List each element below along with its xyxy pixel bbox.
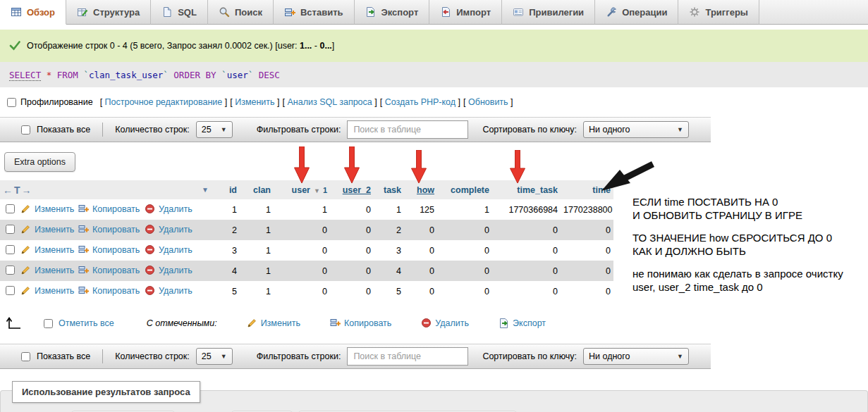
cell-task[interactable]: 3 <box>374 240 404 261</box>
cell-user[interactable]: 0 <box>274 240 330 261</box>
row-copy-button[interactable]: Копировать <box>78 204 140 215</box>
batch-copy-button[interactable]: Копировать <box>330 318 391 329</box>
inline-query-link[interactable]: Изменить <box>235 97 274 107</box>
row-options-header[interactable]: ←Т→ <box>0 180 199 199</box>
cell-time[interactable]: 0 <box>561 261 613 281</box>
row-checkbox[interactable] <box>6 286 15 295</box>
row-checkbox[interactable] <box>6 225 15 234</box>
cell-user_2[interactable]: 0 <box>330 240 374 261</box>
row-edit-button[interactable]: Изменить <box>20 224 74 235</box>
cell-complete[interactable]: 0 <box>437 261 492 281</box>
row-copy-button[interactable]: Копировать <box>78 224 140 235</box>
column-header-user_2[interactable]: user_2 <box>330 180 374 199</box>
column-header-task[interactable]: task <box>374 180 404 199</box>
cell-time_task[interactable]: 0 <box>492 240 561 261</box>
cell-task[interactable]: 1 <box>374 199 404 220</box>
sort-key-select[interactable]: Ни одного▼ <box>583 121 689 138</box>
cell-user[interactable]: 0 <box>274 220 330 240</box>
batch-delete-button[interactable]: Удалить <box>421 318 469 329</box>
column-header-id[interactable]: id <box>214 180 240 199</box>
cell-user[interactable]: 0 <box>274 261 330 281</box>
cell-time[interactable]: 0 <box>561 240 613 261</box>
row-delete-button[interactable]: Удалить <box>145 244 192 256</box>
cell-id[interactable]: 2 <box>214 220 240 240</box>
cell-id[interactable]: 3 <box>214 240 240 261</box>
row-copy-button[interactable]: Копировать <box>78 265 140 276</box>
column-header-user[interactable]: user▼1 <box>274 180 330 199</box>
show-all-checkbox[interactable] <box>21 125 30 135</box>
extra-options-button[interactable]: Extra options <box>4 152 75 172</box>
tab-browse[interactable]: Обзор <box>0 0 66 25</box>
row-count-select[interactable]: 25▼ <box>196 348 233 365</box>
tab-operations[interactable]: Операции <box>595 0 678 25</box>
inline-query-link[interactable]: Построчное редактирование <box>105 97 223 107</box>
cell-user_2[interactable]: 0 <box>330 261 374 281</box>
tab-import[interactable]: Импорт <box>429 0 502 25</box>
cell-clan[interactable]: 1 <box>240 240 274 261</box>
cell-user_2[interactable]: 0 <box>330 281 374 301</box>
cell-clan[interactable]: 1 <box>240 199 274 220</box>
cell-task[interactable]: 4 <box>374 261 404 281</box>
cell-complete[interactable]: 0 <box>437 281 492 301</box>
row-delete-button[interactable]: Удалить <box>145 224 192 235</box>
cell-user[interactable]: 0 <box>274 281 330 301</box>
tab-structure[interactable]: Структура <box>66 0 151 25</box>
cell-clan[interactable]: 1 <box>240 281 274 301</box>
column-options-dropdown[interactable]: ▼ <box>199 180 214 199</box>
row-count-select[interactable]: 25▼ <box>196 121 233 138</box>
cell-complete[interactable]: 0 <box>437 220 492 240</box>
cell-task[interactable]: 2 <box>374 220 404 240</box>
row-copy-button[interactable]: Копировать <box>78 244 140 256</box>
row-checkbox[interactable] <box>6 204 15 213</box>
cell-how[interactable]: 0 <box>404 240 437 261</box>
show-all-checkbox[interactable] <box>21 352 30 361</box>
cell-complete[interactable]: 0 <box>437 240 492 261</box>
tab-search[interactable]: Поиск <box>208 0 274 25</box>
column-header-how[interactable]: how <box>404 180 437 199</box>
check-all-link[interactable]: Отметить все <box>59 318 114 328</box>
cell-id[interactable]: 1 <box>214 199 240 220</box>
cell-how[interactable]: 0 <box>404 261 437 281</box>
cell-time[interactable]: 1770238800 <box>561 199 613 220</box>
cell-id[interactable]: 4 <box>214 261 240 281</box>
row-checkbox[interactable] <box>6 245 15 254</box>
cell-time_task[interactable]: 0 <box>492 220 561 240</box>
cell-task[interactable]: 5 <box>374 281 404 301</box>
batch-edit-button[interactable]: Изменить <box>247 318 300 329</box>
row-copy-button[interactable]: Копировать <box>78 285 140 296</box>
profiling-checkbox[interactable] <box>7 98 16 107</box>
sort-key-select[interactable]: Ни одного▼ <box>583 348 689 365</box>
tab-privileges[interactable]: Привилегии <box>502 0 595 25</box>
cell-complete[interactable]: 1 <box>437 199 492 220</box>
cell-user_2[interactable]: 0 <box>330 199 374 220</box>
cell-how[interactable]: 0 <box>404 281 437 301</box>
column-header-time[interactable]: time <box>561 180 613 199</box>
cell-user_2[interactable]: 0 <box>330 220 374 240</box>
cell-time_task[interactable]: 0 <box>492 261 561 281</box>
column-header-clan[interactable]: clan <box>240 180 274 199</box>
cell-time_task[interactable]: 1770366984 <box>492 199 561 220</box>
cell-clan[interactable]: 1 <box>240 261 274 281</box>
table-search-input[interactable] <box>347 347 468 366</box>
tab-insert[interactable]: Вставить <box>274 0 355 25</box>
tab-export[interactable]: Экспорт <box>355 0 430 25</box>
inline-query-link[interactable]: Анализ SQL запроса <box>288 97 372 107</box>
row-delete-button[interactable]: Удалить <box>145 285 192 296</box>
batch-export-button[interactable]: Экспорт <box>499 318 546 329</box>
row-edit-button[interactable]: Изменить <box>20 204 74 215</box>
cell-clan[interactable]: 1 <box>240 220 274 240</box>
row-edit-button[interactable]: Изменить <box>20 265 74 276</box>
cell-id[interactable]: 5 <box>214 281 240 301</box>
sql-token-keyword-link[interactable]: SELECT <box>9 70 41 81</box>
cell-time_task[interactable]: 0 <box>492 281 561 301</box>
row-edit-button[interactable]: Изменить <box>20 244 74 256</box>
row-checkbox[interactable] <box>6 266 15 275</box>
column-header-time_task[interactable]: time_task <box>492 180 561 199</box>
inline-query-link[interactable]: Обновить <box>468 97 508 107</box>
tab-triggers[interactable]: Триггеры <box>678 0 759 25</box>
cell-user[interactable]: 1 <box>274 199 330 220</box>
row-delete-button[interactable]: Удалить <box>145 204 192 215</box>
check-all-checkbox[interactable] <box>44 319 53 328</box>
cell-how[interactable]: 125 <box>404 199 437 220</box>
cell-time[interactable]: 0 <box>561 220 613 240</box>
